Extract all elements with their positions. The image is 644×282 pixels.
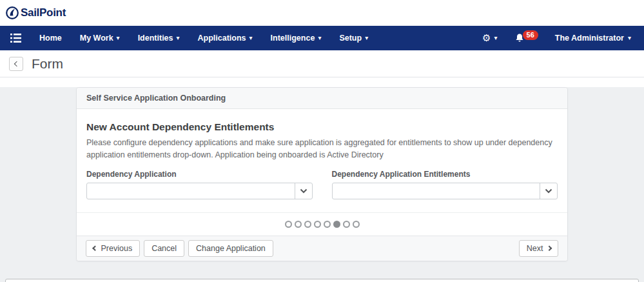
step-heading: New Account Dependency Entitlements — [86, 121, 558, 133]
wizard-pagination — [77, 212, 567, 236]
wizard-panel: Self Service Application Onboarding New … — [76, 87, 568, 261]
chevron-right-icon — [546, 246, 551, 251]
nav-item-setup[interactable]: Setup ▾ — [330, 34, 377, 43]
field-label: Dependency Application — [86, 170, 313, 179]
page-title: Form — [32, 56, 63, 72]
chevron-down-icon — [540, 183, 557, 199]
wizard-step-dot — [285, 221, 292, 228]
select-value — [333, 183, 540, 199]
chevron-left-icon — [93, 246, 98, 251]
chevron-down-icon — [295, 183, 312, 199]
nav-item-my-work[interactable]: My Work ▾ — [71, 34, 129, 43]
panel-title: Self Service Application Onboarding — [77, 88, 567, 109]
wizard-step-dot — [295, 221, 302, 228]
gear-icon: ⚙ — [482, 34, 491, 43]
sailpoint-logo-icon — [5, 6, 19, 20]
chevron-down-icon: ▾ — [494, 35, 498, 41]
next-button[interactable]: Next — [519, 240, 558, 257]
change-application-button[interactable]: Change Application — [188, 240, 273, 257]
form-fields: Dependency Application Dependency Applic… — [86, 170, 558, 199]
content-area: Self Service Application Onboarding New … — [0, 87, 644, 282]
chevron-down-icon: ▾ — [177, 35, 180, 41]
dependency-application-select[interactable] — [86, 183, 313, 199]
field-label: Dependency Application Entitlements — [332, 170, 558, 179]
page-title-bar: Form — [0, 50, 644, 77]
field-dependency-application: Dependency Application — [86, 170, 313, 199]
wizard-step-dot — [353, 221, 360, 228]
user-menu[interactable]: The Administrator ▾ — [555, 34, 631, 43]
panel-body: New Account Dependency Entitlements Plea… — [77, 109, 567, 212]
notification-count-badge: 56 — [523, 30, 538, 40]
sailpoint-logo: SailPoint — [5, 6, 66, 20]
dependency-application-entitlements-select[interactable] — [332, 183, 558, 199]
select-value — [87, 183, 295, 199]
notifications-button[interactable]: 56 — [514, 33, 538, 43]
main-navbar: Home My Work ▾ Identities ▾ Applications… — [0, 26, 644, 50]
settings-menu[interactable]: ⚙ ▾ — [482, 34, 497, 43]
back-button[interactable] — [9, 57, 23, 71]
wizard-step-dot — [324, 221, 331, 228]
cancel-button[interactable]: Cancel — [144, 240, 184, 257]
chevron-down-icon: ▾ — [117, 35, 120, 41]
field-dependency-application-entitlements: Dependency Application Entitlements — [332, 170, 558, 199]
chevron-down-icon: ▾ — [628, 35, 631, 41]
step-description: Please configure dependency applications… — [86, 137, 558, 161]
copyright-bar: © Copyright 2019 SailPoint Technologies … — [5, 279, 639, 282]
menu-list-icon[interactable] — [10, 34, 21, 43]
wizard-step-dot — [304, 221, 311, 228]
app-header: SailPoint — [0, 0, 644, 26]
chevron-down-icon: ▾ — [318, 35, 321, 41]
previous-button[interactable]: Previous — [86, 240, 140, 257]
nav-item-intelligence[interactable]: Intelligence ▾ — [262, 34, 331, 43]
chevron-down-icon: ▾ — [365, 35, 368, 41]
panel-footer: Previous Cancel Change Application Next — [77, 236, 567, 261]
nav-item-applications[interactable]: Applications ▾ — [189, 34, 262, 43]
chevron-down-icon: ▾ — [249, 35, 253, 41]
nav-item-home[interactable]: Home — [30, 34, 71, 43]
logo-text: SailPoint — [21, 6, 66, 19]
wizard-step-dot-active — [333, 221, 340, 228]
wizard-step-dot — [314, 221, 321, 228]
wizard-step-dot — [343, 221, 350, 228]
chevron-left-icon — [14, 61, 19, 66]
nav-item-identities[interactable]: Identities ▾ — [129, 34, 189, 43]
